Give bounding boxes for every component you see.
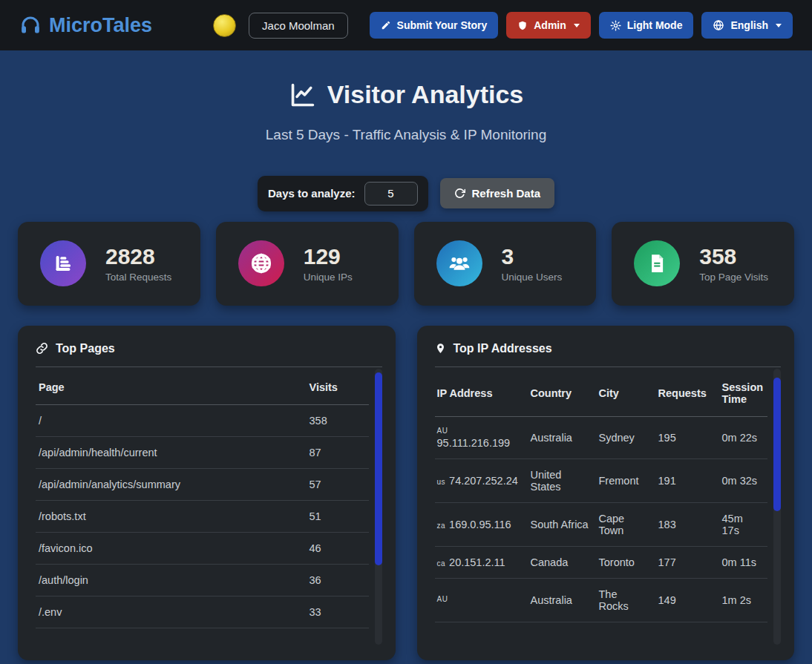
table-row: /api/admin/health/current 87 bbox=[36, 436, 369, 468]
refresh-data-button[interactable]: Refresh Data bbox=[440, 178, 555, 208]
stat-label: Total Requests bbox=[105, 272, 171, 283]
days-control-box: Days to analyze: bbox=[258, 176, 428, 211]
page-cell: /robots.txt bbox=[36, 500, 307, 532]
submit-story-button[interactable]: Submit Your Story bbox=[370, 12, 499, 39]
visits-cell: 87 bbox=[307, 436, 369, 468]
country-cell: United States bbox=[528, 458, 597, 502]
table-row: za169.0.95.116 South Africa Cape Town 18… bbox=[435, 502, 768, 546]
controls-row: Days to analyze: Refresh Data bbox=[0, 176, 812, 211]
ip-address: 95.111.216.199 bbox=[437, 437, 511, 449]
ip-address: 74.207.252.24 bbox=[449, 475, 518, 487]
chevron-down-icon bbox=[776, 24, 782, 27]
map-pin-icon bbox=[435, 342, 446, 355]
page-cell: /api/admin/analytics/summary bbox=[36, 468, 307, 500]
navbar: MicroTales Jaco Moolman Submit Your Stor… bbox=[0, 0, 812, 50]
top-pages-title: Top Pages bbox=[56, 342, 115, 355]
country-flag: za bbox=[437, 522, 446, 530]
col-header-requests: Requests bbox=[656, 369, 720, 417]
visits-cell: 51 bbox=[307, 500, 369, 532]
admin-label: Admin bbox=[534, 19, 566, 31]
top-pages-table-wrap: Page Visits / 358 /api/admin/health/curr… bbox=[36, 369, 382, 645]
stat-value: 2828 bbox=[105, 244, 171, 270]
table-row: AU Australia The Rocks 149 1m 2s bbox=[435, 578, 768, 622]
stat-label: Unique Users bbox=[502, 272, 563, 283]
table-row: / 358 bbox=[36, 404, 369, 436]
col-header-visits: Visits bbox=[307, 369, 369, 405]
city-cell: Fremont bbox=[597, 458, 656, 502]
language-menu-button[interactable]: English bbox=[701, 12, 793, 39]
session-cell: 0m 11s bbox=[720, 546, 768, 578]
country-cell: Australia bbox=[528, 416, 597, 458]
requests-cell: 195 bbox=[656, 416, 720, 458]
days-input[interactable] bbox=[364, 182, 418, 206]
country-flag: AU bbox=[437, 427, 523, 435]
top-pages-heading: Top Pages bbox=[36, 342, 382, 355]
scrollbar-thumb[interactable] bbox=[773, 378, 781, 511]
top-ips-table-wrap: IP Address Country City Requests Session… bbox=[435, 369, 782, 645]
file-icon bbox=[634, 240, 680, 286]
visits-cell: 33 bbox=[307, 596, 369, 628]
table-header-row: IP Address Country City Requests Session… bbox=[435, 369, 768, 417]
top-ips-title: Top IP Addresses bbox=[454, 342, 552, 355]
col-header-page: Page bbox=[36, 369, 307, 405]
session-cell: 45m 17s bbox=[720, 502, 768, 546]
days-label: Days to analyze: bbox=[268, 187, 356, 200]
theme-toggle-button[interactable]: Light Mode bbox=[599, 12, 694, 39]
theme-toggle-label: Light Mode bbox=[627, 19, 683, 31]
stat-card-total-requests: 2828 Total Requests bbox=[18, 222, 200, 306]
stat-card-top-page-visits: 358 Top Page Visits bbox=[612, 222, 794, 306]
stat-label: Top Page Visits bbox=[699, 272, 768, 283]
globe-icon bbox=[238, 240, 284, 286]
country-flag: ca bbox=[437, 559, 446, 568]
visits-cell: 46 bbox=[307, 532, 369, 564]
shield-icon bbox=[517, 20, 528, 31]
requests-cell: 177 bbox=[656, 546, 720, 578]
brand-logo[interactable]: MicroTales bbox=[19, 14, 152, 37]
stat-text: 129 Unique IPs bbox=[304, 244, 353, 283]
col-header-session: Session Time bbox=[720, 369, 768, 417]
table-row: /.env 33 bbox=[36, 596, 369, 628]
page-title-text: Visitor Analytics bbox=[327, 80, 524, 109]
stat-card-unique-ips: 129 Unique IPs bbox=[216, 222, 399, 306]
requests-cell: 149 bbox=[656, 578, 720, 622]
requests-cell: 191 bbox=[656, 458, 720, 502]
page-cell: / bbox=[36, 404, 307, 436]
panels-grid: Top Pages Page Visits / 358 /api/adm bbox=[0, 326, 812, 660]
navbar-right: Jaco Moolman Submit Your Story Admin bbox=[213, 12, 793, 39]
divider bbox=[435, 366, 782, 367]
top-ips-panel: Top IP Addresses IP Address Country City… bbox=[417, 326, 795, 660]
scrollbar-track[interactable] bbox=[375, 369, 382, 645]
page-subtitle: Last 5 Days - Traffic Analysis & IP Moni… bbox=[0, 127, 812, 143]
gear-icon bbox=[610, 20, 621, 31]
stat-value: 3 bbox=[502, 244, 563, 270]
submit-story-label: Submit Your Story bbox=[397, 19, 488, 31]
ip-cell: za169.0.95.116 bbox=[435, 502, 528, 546]
visits-cell: 36 bbox=[307, 564, 369, 596]
page-header: Visitor Analytics Last 5 Days - Traffic … bbox=[0, 80, 812, 143]
ip-cell: AU bbox=[435, 578, 528, 622]
ip-address: 20.151.2.11 bbox=[449, 556, 505, 568]
page-cell: /favicon.ico bbox=[36, 532, 307, 564]
visits-cell: 358 bbox=[307, 404, 369, 436]
table-row: /api/admin/analytics/summary 57 bbox=[36, 468, 369, 500]
scrollbar-thumb[interactable] bbox=[375, 372, 382, 565]
requests-cell: 183 bbox=[656, 502, 720, 546]
top-pages-table: Page Visits / 358 /api/admin/health/curr… bbox=[36, 369, 369, 628]
page-cell: /.env bbox=[36, 596, 307, 628]
stat-label: Unique IPs bbox=[304, 272, 353, 283]
user-name-button[interactable]: Jaco Moolman bbox=[249, 13, 348, 39]
user-avatar[interactable] bbox=[213, 14, 236, 37]
chevron-down-icon bbox=[574, 24, 580, 27]
city-cell: The Rocks bbox=[597, 578, 656, 622]
refresh-data-label: Refresh Data bbox=[472, 187, 541, 200]
top-pages-panel: Top Pages Page Visits / 358 /api/adm bbox=[18, 326, 396, 660]
col-header-city: City bbox=[597, 369, 656, 417]
ip-cell: ca20.151.2.11 bbox=[435, 546, 528, 578]
top-ips-table: IP Address Country City Requests Session… bbox=[435, 369, 768, 622]
admin-menu-button[interactable]: Admin bbox=[506, 12, 591, 39]
ip-address: 169.0.95.116 bbox=[449, 519, 511, 530]
headphones-icon bbox=[19, 14, 42, 36]
stat-text: 358 Top Page Visits bbox=[699, 244, 768, 283]
session-cell: 0m 22s bbox=[720, 416, 768, 458]
scrollbar-track[interactable] bbox=[773, 369, 781, 645]
